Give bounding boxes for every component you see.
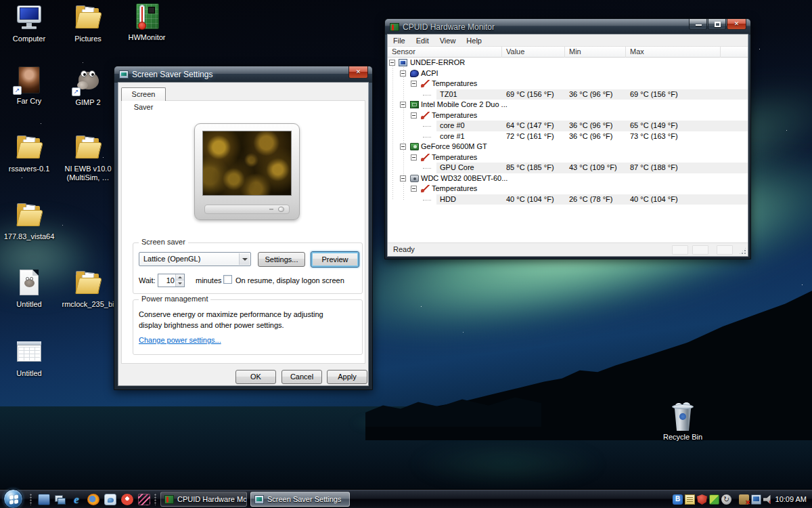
start-button[interactable] <box>3 489 23 508</box>
tree-row[interactable]: ACPI <box>388 68 748 79</box>
spin-up-icon[interactable] <box>176 274 184 280</box>
desktop-icon-farcry[interactable]: ↗ Far Cry <box>0 66 58 106</box>
taskbar-button-hwmonitor[interactable]: CPUID Hardware Mo... <box>160 492 247 507</box>
tree-branch <box>423 137 431 137</box>
resume-logon-checkbox[interactable] <box>223 275 232 284</box>
apply-button[interactable]: Apply <box>327 370 367 384</box>
tree-branch <box>423 95 431 96</box>
column-header-max[interactable]: Max <box>626 47 721 58</box>
close-button[interactable]: ✕ <box>727 19 746 30</box>
dialog-titlebar[interactable]: Screen Saver Settings <box>114 66 372 83</box>
temperature-node-icon <box>421 154 430 161</box>
ok-button[interactable]: OK <box>235 370 276 384</box>
mail-client-icon[interactable] <box>104 494 116 505</box>
icon-label: rssavers-0.1 <box>0 165 58 173</box>
volume-muted-icon[interactable] <box>763 494 773 505</box>
switch-windows-icon[interactable] <box>54 494 66 505</box>
menu-edit[interactable]: Edit <box>411 37 434 45</box>
tree-row[interactable]: WDC WD32 00BEVT-60... <box>388 173 748 184</box>
change-power-settings-link[interactable]: Change power settings... <box>139 336 221 344</box>
close-button[interactable]: ✕ <box>348 66 368 79</box>
tree-row[interactable]: Temperatures <box>388 79 748 89</box>
sensor-name: GeForce 9600M GT <box>421 142 487 150</box>
tree-row[interactable]: Temperatures <box>388 152 748 163</box>
tree-row[interactable]: HDD 40 °C (104 °F) 26 °C (78 °F) 40 °C (… <box>388 194 748 205</box>
tree-row[interactable]: GeForce 9600M GT <box>388 142 748 152</box>
collapse-icon[interactable] <box>411 112 417 119</box>
collapse-icon[interactable] <box>400 175 406 182</box>
magenta-app-icon[interactable] <box>138 494 150 505</box>
resize-grip[interactable] <box>738 247 747 255</box>
taskbar-button-screensaver[interactable]: Screen Saver Settings <box>250 492 350 507</box>
show-desktop-icon[interactable] <box>38 494 50 505</box>
tree-row[interactable]: core #1 72 °C (161 °F) 36 °C (96 °F) 73 … <box>388 131 748 142</box>
folder-icon <box>72 270 104 298</box>
taskband-grip[interactable] <box>154 494 157 505</box>
desktop-icon-computer[interactable]: Computer <box>0 4 58 43</box>
settings-button[interactable]: Settings... <box>258 252 305 267</box>
desktop-icon-pictures[interactable]: Pictures <box>59 4 117 43</box>
computer-icon <box>13 4 45 33</box>
spin-down-icon[interactable] <box>176 280 184 287</box>
taskbar-clock[interactable]: 10:09 AM <box>775 490 807 508</box>
status-pane <box>692 245 708 255</box>
power-description: Conserve energy or maximize performance … <box>139 309 342 331</box>
firefox-icon[interactable] <box>87 494 99 505</box>
screensaver-app-icon <box>254 495 264 504</box>
tree-row[interactable]: Intel Mobile Core 2 Duo ... <box>388 100 748 110</box>
desktop-icon-untitled-window[interactable]: Untitled <box>0 339 58 378</box>
desktop-icon-recycle-bin[interactable]: Recycle Bin <box>654 402 712 442</box>
power-error-icon[interactable] <box>739 494 749 505</box>
desktop-icon-rmclock[interactable]: rmclock_235_bi <box>59 270 117 309</box>
security-shield-icon[interactable] <box>697 494 707 505</box>
column-header-value[interactable]: Value <box>502 47 565 58</box>
sensor-max: 87 °C (188 °F) <box>630 163 678 171</box>
desktop-icon-gimp[interactable]: ↗ GIMP 2 <box>59 68 117 107</box>
minimize-button[interactable] <box>689 19 707 30</box>
folder-sync-icon[interactable] <box>709 494 719 505</box>
tree-row[interactable]: UNDEF-ERROR <box>388 58 748 68</box>
icon-label: Far Cry <box>0 97 58 106</box>
desktop-icon-untitled-gimp[interactable]: Untitled <box>0 270 58 309</box>
tree-row[interactable]: TZ01 69 °C (156 °F) 36 °C (96 °F) 69 °C … <box>388 89 748 100</box>
desktop-icon-rssavers[interactable]: rssavers-0.1 <box>0 134 58 173</box>
desktop-icon-hwmonitor[interactable]: HWMonitor <box>118 3 176 42</box>
internet-explorer-icon[interactable]: e <box>70 494 83 505</box>
collapse-icon[interactable] <box>411 81 417 87</box>
network-icon[interactable] <box>751 494 761 505</box>
maximize-button[interactable] <box>708 19 726 30</box>
screensaver-select[interactable]: Lattice (OpenGL) <box>139 252 251 266</box>
taskbar-button-label: CPUID Hardware Mo... <box>177 495 246 503</box>
tree-row[interactable]: core #0 64 °C (147 °F) 36 °C (96 °F) 65 … <box>388 121 748 131</box>
desktop-icon-vista64[interactable]: 177.83_vista64 <box>0 202 58 241</box>
desktop-icon-ni-ewb[interactable]: NI EWB v10.0 (MultiSim, … <box>59 134 117 182</box>
sensor-name: Intel Mobile Core 2 Duo ... <box>421 100 508 108</box>
column-header-min[interactable]: Min <box>565 47 626 58</box>
red-app-icon[interactable] <box>121 494 133 505</box>
chevron-down-icon[interactable] <box>239 253 250 265</box>
menu-file[interactable]: File <box>388 37 411 45</box>
collapse-icon[interactable] <box>400 144 406 150</box>
menu-help[interactable]: Help <box>461 37 487 45</box>
tree-row[interactable]: GPU Core 85 °C (185 °F) 43 °C (109 °F) 8… <box>388 163 748 173</box>
collapse-icon[interactable] <box>411 186 417 192</box>
notes-icon[interactable] <box>685 494 695 505</box>
tree-row[interactable]: Temperatures <box>388 184 748 194</box>
tab-screen-saver[interactable]: Screen Saver <box>121 87 166 101</box>
column-header-sensor[interactable]: Sensor <box>388 47 502 58</box>
collapse-icon[interactable] <box>389 60 395 66</box>
wait-spinner[interactable]: 10 <box>158 274 185 287</box>
updater-icon[interactable]: ↻ <box>721 494 731 505</box>
menu-view[interactable]: View <box>434 37 461 45</box>
collapse-icon[interactable] <box>400 70 406 77</box>
preview-button[interactable]: Preview <box>311 251 359 268</box>
tree-row[interactable]: Temperatures <box>388 110 748 121</box>
quicklaunch-grip[interactable] <box>30 494 32 505</box>
cancel-button[interactable]: Cancel <box>281 370 322 384</box>
wait-value[interactable]: 10 <box>158 276 175 284</box>
bluetooth-icon[interactable]: B <box>673 494 683 505</box>
collapse-icon[interactable] <box>400 102 406 108</box>
collapse-icon[interactable] <box>411 154 417 161</box>
sensor-value: 72 °C (161 °F) <box>506 132 554 140</box>
temperature-node-icon <box>421 185 430 192</box>
